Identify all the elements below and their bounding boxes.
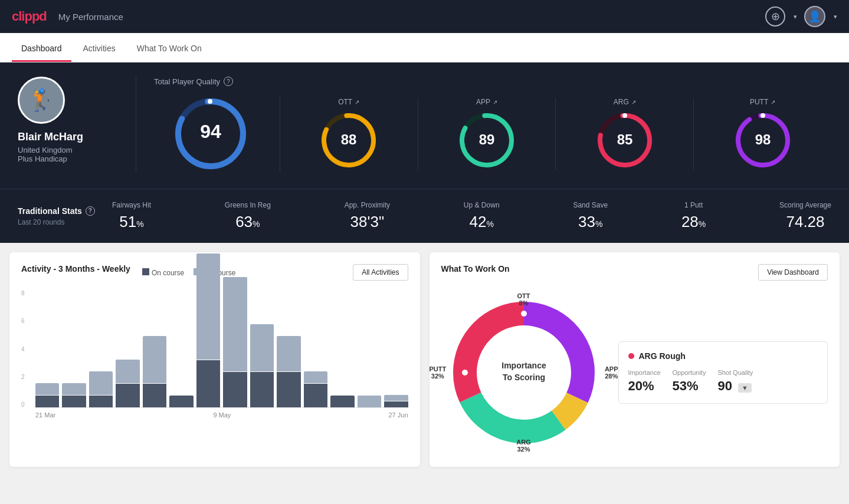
bar-off-course [143, 336, 166, 383]
stat-greens-label: Greens In Reg [225, 201, 271, 209]
svg-text:94: 94 [201, 121, 222, 142]
tabs-bar: Dashboard Activities What To Work On [0, 33, 849, 62]
bar-group [223, 277, 247, 407]
trad-title: Traditional Stats ? [18, 206, 112, 216]
bar-on-course [169, 396, 193, 407]
svg-text:89: 89 [479, 131, 495, 147]
what-to-work-on-panel: What To Work On View Dashboard [430, 252, 840, 467]
wtwo-header: What To Work On View Dashboard [441, 264, 828, 281]
hero-section: 🏌️ Blair McHarg United Kingdom Plus Hand… [0, 62, 849, 189]
stat-updown-label: Up & Down [464, 201, 500, 209]
bar-on-course [116, 384, 139, 407]
gauge-tpq-svg: 94 [172, 95, 249, 172]
svg-text:85: 85 [617, 131, 632, 147]
stat-items: Fairways Hit 51% Greens In Reg 63% App. … [112, 201, 831, 231]
gauge-app: APP↗ 89 [418, 98, 556, 170]
player-avatar: 🏌️ [18, 77, 65, 124]
gauge-ott-label: OTT↗ [338, 98, 359, 106]
bar-chart [35, 290, 408, 408]
avatar[interactable]: 👤 [804, 6, 825, 27]
metric-opportunity-val: 53% [673, 378, 706, 394]
bar-on-course [277, 372, 300, 407]
bar-off-course [358, 396, 381, 407]
stat-proximity: App. Proximity 38'3" [345, 201, 390, 231]
bar-group [250, 324, 274, 407]
bar-on-course [384, 401, 408, 407]
avatar-chevron[interactable]: ▾ [834, 13, 837, 21]
bar-off-course [250, 324, 274, 371]
svg-text:Importance: Importance [501, 361, 546, 370]
player-info: 🏌️ Blair McHarg United Kingdom Plus Hand… [18, 77, 136, 163]
bar-on-course [89, 396, 113, 407]
stat-greens: Greens In Reg 63% [225, 201, 271, 231]
bar-on-course [250, 372, 274, 407]
gauge-arg-svg: 85 [595, 111, 654, 170]
svg-text:98: 98 [755, 131, 771, 147]
metric-importance-label: Importance [628, 369, 661, 376]
nav-title: My Performance [58, 12, 123, 22]
tab-dashboard[interactable]: Dashboard [12, 44, 71, 62]
player-handicap: Plus Handicap [18, 154, 136, 163]
nav-right: ⊕ ▾ 👤 ▾ [765, 6, 837, 27]
stat-scoring-label: Scoring Average [779, 201, 831, 209]
info-card: ARG Rough Importance 20% Opportunity 53%… [618, 341, 828, 404]
bar-on-course [62, 396, 86, 407]
donut-chart: Importance To Scoring OTT8% APP28% ARG32… [441, 290, 607, 455]
stat-proximity-label: App. Proximity [345, 201, 390, 209]
bar-group [196, 253, 220, 407]
tpq-help-icon[interactable]: ? [224, 77, 233, 86]
tab-what-to-work-on[interactable]: What To Work On [127, 44, 211, 62]
nav-left: clippd My Performance [12, 9, 123, 24]
stat-updown: Up & Down 42% [464, 201, 500, 231]
gauge-putt-svg: 98 [733, 111, 792, 170]
bar-group [277, 336, 300, 407]
bar-on-course [304, 384, 327, 407]
seg-label-arg: ARG32% [516, 439, 530, 453]
stat-scoring-val: 74.28 [786, 213, 824, 231]
stat-sand: Sand Save 33% [573, 201, 608, 231]
stat-oneputt-val: 28% [681, 213, 706, 231]
gauge-arg: ARG↗ 85 [556, 98, 694, 170]
tab-activities[interactable]: Activities [74, 44, 125, 62]
chart-title: Activity - 3 Months - Weekly [21, 264, 130, 274]
app-logo: clippd [12, 9, 47, 24]
stat-proximity-val: 38'3" [350, 213, 385, 231]
add-chevron[interactable]: ▾ [794, 13, 797, 21]
stat-oneputt: 1 Putt 28% [681, 201, 706, 231]
stat-updown-val: 42% [470, 213, 494, 231]
all-activities-button[interactable]: All Activities [353, 264, 408, 281]
metric-opportunity-label: Opportunity [673, 369, 706, 376]
svg-point-12 [622, 113, 627, 118]
x-labels: 21 Mar 9 May 27 Jun [35, 411, 408, 419]
wtwo-content: Importance To Scoring OTT8% APP28% ARG32… [441, 290, 828, 455]
seg-label-app: APP28% [605, 365, 618, 380]
trad-help-icon[interactable]: ? [86, 206, 95, 216]
svg-point-26 [462, 370, 468, 375]
bar-group [116, 360, 139, 407]
stat-oneputt-label: 1 Putt [684, 201, 703, 209]
bar-on-course [330, 396, 354, 407]
bar-off-course [223, 277, 247, 371]
bar-off-course [116, 360, 139, 383]
stat-greens-val: 63% [235, 213, 260, 231]
metric-opportunity: Opportunity 53% [673, 369, 706, 394]
shot-quality-badge: ▼ [738, 383, 752, 393]
gauge-ott-svg: 88 [319, 111, 378, 170]
gauge-ott: OTT↗ 88 [280, 98, 418, 170]
stat-sand-label: Sand Save [573, 201, 608, 209]
gauge-putt: PUTT↗ 98 [694, 98, 831, 170]
view-dashboard-button[interactable]: View Dashboard [758, 264, 828, 281]
bar-group [304, 371, 327, 407]
svg-point-16 [761, 113, 765, 118]
metric-shot-quality-val: 90 ▼ [717, 378, 753, 394]
bar-off-course [89, 371, 113, 395]
stat-sand-val: 33% [578, 213, 602, 231]
activity-panel: Activity - 3 Months - Weekly On course O… [9, 252, 420, 467]
metric-importance-val: 20% [628, 378, 661, 394]
bar-off-course [277, 336, 300, 371]
bar-on-course [223, 372, 247, 407]
donut-svg: Importance To Scoring [441, 290, 607, 455]
stat-fairways-val: 51% [119, 213, 143, 231]
bar-group [358, 396, 381, 407]
add-button[interactable]: ⊕ [765, 6, 785, 27]
